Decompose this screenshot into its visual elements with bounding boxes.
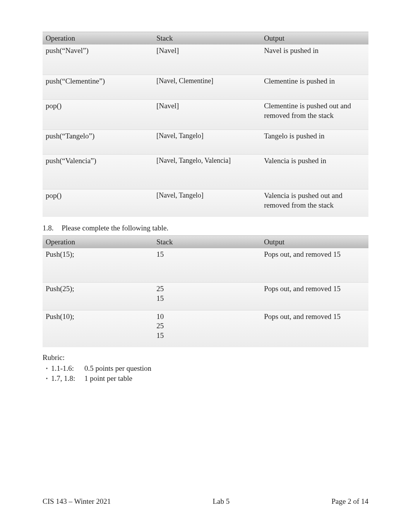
table-1: Operation Stack Output push(“Navel”) [Na… <box>43 32 368 217</box>
section-text: Please complete the following table. <box>62 224 168 232</box>
cell-output: Valencia is pushed in <box>261 155 368 184</box>
cell-operation: Push(25); <box>43 283 153 305</box>
cell-output: Tangelo is pushed in <box>261 130 368 149</box>
rubric-desc: 1 point per table <box>84 374 368 383</box>
footer-left: CIS 143 – Winter 2021 <box>43 497 111 506</box>
table-2: Operation Stack Output Push(15); 15 Pops… <box>43 235 368 347</box>
page-content: Operation Stack Output push(“Navel”) [Na… <box>0 0 411 383</box>
table-2-header-stack: Stack <box>153 236 261 248</box>
cell-stack: [Navel, Clementine] <box>153 75 261 94</box>
cell-output: Pops out, and removed 15 <box>261 248 368 277</box>
cell-output: Pops out, and removed 15 <box>261 310 368 342</box>
table-row: push(“Clementine”) [Navel, Clementine] C… <box>43 75 368 99</box>
cell-operation: pop() <box>43 189 153 211</box>
bullet-icon: • <box>43 364 51 372</box>
table-row: pop() [Navel, Tangelo] Valencia is pushe… <box>43 189 368 217</box>
cell-operation: push(“Valencia”) <box>43 155 153 184</box>
table-row: push(“Valencia”) [Navel, Tangelo, Valenc… <box>43 154 368 189</box>
table-row: push(“Tangelo”) [Navel, Tangelo] Tangelo… <box>43 130 368 154</box>
cell-stack: [Navel, Tangelo, Valencia] <box>153 155 261 184</box>
cell-stack: 25 15 <box>153 283 261 305</box>
table-1-header-stack: Stack <box>153 32 261 44</box>
cell-operation: push(“Navel”) <box>43 44 153 69</box>
cell-stack: [Navel] <box>153 100 261 124</box>
rubric-item: • 1.1-1.6: 0.5 points per question <box>43 364 368 373</box>
table-1-header-row: Operation Stack Output <box>43 32 368 44</box>
bullet-icon: • <box>43 374 51 382</box>
table-2-header-operation: Operation <box>43 236 153 248</box>
cell-stack: [Navel, Tangelo] <box>153 130 261 149</box>
table-row: Push(10); 10 25 15 Pops out, and removed… <box>43 310 368 347</box>
table-1-header-output: Output <box>261 32 368 44</box>
table-row: Push(25); 25 15 Pops out, and removed 15 <box>43 282 368 310</box>
table-row: Push(15); 15 Pops out, and removed 15 <box>43 248 368 282</box>
table-2-header-output: Output <box>261 236 368 248</box>
cell-output: Clementine is pushed out and removed fro… <box>261 100 368 124</box>
rubric-desc: 0.5 points per question <box>84 364 368 373</box>
cell-operation: Push(15); <box>43 248 153 277</box>
section-number: 1.8. <box>43 224 54 232</box>
cell-stack: 10 25 15 <box>153 310 261 342</box>
section-1-8-title: 1.8. Please complete the following table… <box>43 224 368 232</box>
rubric-label: 1.7, 1.8: <box>51 374 84 383</box>
cell-output: Navel is pushed in <box>261 44 368 69</box>
cell-output: Valencia is pushed out and removed from … <box>261 189 368 211</box>
rubric-title: Rubric: <box>43 353 368 362</box>
table-row: push(“Navel”) [Navel] Navel is pushed in <box>43 44 368 75</box>
cell-output: Pops out, and removed 15 <box>261 283 368 305</box>
cell-stack: [Navel] <box>153 44 261 69</box>
cell-operation: pop() <box>43 100 153 124</box>
page-footer: CIS 143 – Winter 2021 Lab 5 Page 2 of 14 <box>0 497 411 506</box>
cell-operation: push(“Clementine”) <box>43 75 153 94</box>
table-row: pop() [Navel] Clementine is pushed out a… <box>43 99 368 130</box>
cell-stack: [Navel, Tangelo] <box>153 189 261 211</box>
table-1-header-operation: Operation <box>43 32 153 44</box>
table-2-header-row: Operation Stack Output <box>43 235 368 248</box>
cell-stack: 15 <box>153 248 261 277</box>
cell-operation: Push(10); <box>43 310 153 342</box>
cell-output: Clementine is pushed in <box>261 75 368 94</box>
rubric-label: 1.1-1.6: <box>51 364 84 373</box>
footer-right: Page 2 of 14 <box>331 497 368 506</box>
cell-operation: push(“Tangelo”) <box>43 130 153 149</box>
rubric-item: • 1.7, 1.8: 1 point per table <box>43 374 368 383</box>
footer-center: Lab 5 <box>212 497 229 506</box>
